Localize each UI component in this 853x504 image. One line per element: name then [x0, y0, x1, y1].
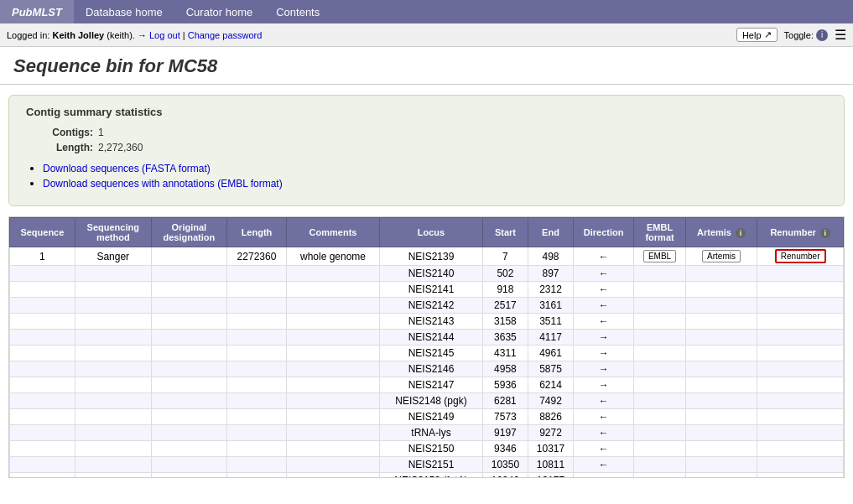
renumber-cell [757, 473, 844, 478]
login-icon: → [138, 30, 147, 40]
embl-cell [634, 409, 686, 425]
table-row: NEIS2140502897← [10, 266, 844, 282]
table-row: NEIS21511035010811← [10, 457, 844, 473]
table-cell: NEIS2141 [380, 282, 483, 298]
table-cell [151, 314, 226, 330]
artemis-cell [685, 330, 757, 346]
renumber-cell [757, 346, 844, 361]
artemis-cell [685, 409, 757, 425]
table-row: NEIS21419182312← [10, 282, 844, 298]
table-cell [75, 409, 151, 425]
renumber-cell [757, 314, 844, 330]
table-cell [10, 330, 75, 346]
renumber-button[interactable]: Renumber [775, 249, 826, 263]
table-cell: NEIS2147 [380, 377, 483, 393]
table-cell [75, 361, 151, 377]
col-embl-format: EMBLformat [634, 218, 686, 247]
table-cell [10, 377, 75, 393]
table-cell: → [574, 377, 634, 393]
hamburger-menu-icon[interactable]: ☰ [835, 27, 846, 43]
table-cell: ← [574, 441, 634, 457]
table-row: NEIS214543114961→ [10, 346, 844, 361]
table-cell: 7 [482, 247, 528, 266]
table-cell: 918 [482, 282, 528, 298]
renumber-cell [757, 393, 844, 409]
embl-cell [634, 314, 686, 330]
embl-cell [634, 282, 686, 298]
table-cell: 3158 [482, 314, 528, 330]
top-navigation: PubMLST Database home Curator home Conte… [0, 0, 853, 23]
col-length: Length [226, 218, 286, 247]
table-cell: 10940 [482, 473, 528, 478]
list-item: Download sequences with annotations (EMB… [43, 177, 827, 190]
table-body: 1Sanger2272360whole genomeNEIS21397498←E… [10, 247, 844, 478]
change-password-link[interactable]: Change password [188, 30, 263, 40]
embl-download-link[interactable]: Download sequences with annotations (EMB… [43, 178, 283, 190]
external-link-icon: ↗ [764, 29, 772, 40]
nav-contents[interactable]: Contents [264, 0, 331, 23]
table-cell [151, 393, 226, 409]
table-cell [287, 346, 380, 361]
table-cell: NEIS2149 [380, 409, 483, 425]
table-cell: 502 [482, 266, 528, 282]
table-cell: 3635 [482, 330, 528, 346]
nav-database-home[interactable]: Database home [74, 0, 174, 23]
table-cell: ← [574, 247, 634, 266]
table-cell: 3161 [528, 298, 573, 314]
logout-link[interactable]: Log out [149, 30, 180, 40]
table-cell: 2272360 [226, 247, 286, 266]
login-info: Logged in: Keith Jolley (keith). → Log o… [7, 30, 262, 40]
artemis-cell [685, 282, 757, 298]
embl-cell [634, 457, 686, 473]
summary-heading: Contig summary statistics [26, 106, 827, 118]
table-cell [226, 314, 286, 330]
table-cell [287, 425, 380, 441]
table-cell: 6214 [528, 377, 573, 393]
nav-brand[interactable]: PubMLST [0, 0, 74, 23]
table-cell [151, 473, 226, 478]
table-cell: NEIS2150 [380, 441, 483, 457]
table-cell: Sanger [75, 247, 151, 266]
contigs-row: Contigs: 1 [26, 127, 827, 138]
artemis-button[interactable]: Artemis [702, 250, 741, 262]
table-cell [226, 409, 286, 425]
table-cell [10, 266, 75, 282]
table-cell: tRNA-lys [380, 425, 483, 441]
table-cell: ← [574, 409, 634, 425]
table-scroll[interactable]: Sequence Sequencingmethod Originaldesign… [9, 217, 844, 477]
table-cell: ← [574, 298, 634, 314]
help-button[interactable]: Help ↗ [736, 28, 778, 42]
embl-cell [634, 441, 686, 457]
table-cell [151, 377, 226, 393]
table-row: NEIS2152 (fetA)1094012177← [10, 473, 844, 478]
table-cell: 7573 [482, 409, 528, 425]
table-cell: 7492 [528, 393, 573, 409]
toggle-button[interactable]: Toggle: i [784, 29, 828, 41]
embl-button[interactable]: EMBL [643, 250, 676, 262]
table-cell [151, 282, 226, 298]
table-cell: 10350 [482, 457, 528, 473]
table-row: NEIS214649585875→ [10, 361, 844, 377]
table-cell [287, 330, 380, 346]
fasta-download-link[interactable]: Download sequences (FASTA format) [43, 163, 211, 174]
table-cell: 9346 [482, 441, 528, 457]
download-links: Download sequences (FASTA format) Downlo… [26, 162, 827, 190]
page-title: Sequence bin for MC58 [13, 55, 840, 77]
table-cell: ← [574, 282, 634, 298]
length-label: Length: [26, 142, 93, 153]
table-cell: 4961 [528, 346, 573, 361]
table-cell: 9197 [482, 425, 528, 441]
table-cell [10, 473, 75, 478]
table-cell [151, 457, 226, 473]
table-cell [10, 409, 75, 425]
nav-curator-home[interactable]: Curator home [174, 0, 264, 23]
artemis-cell [685, 441, 757, 457]
table-cell [226, 298, 286, 314]
table-cell: 2312 [528, 282, 573, 298]
table-cell [287, 393, 380, 409]
embl-cell [634, 393, 686, 409]
table-cell [226, 425, 286, 441]
table-cell [75, 266, 151, 282]
summary-box: Contig summary statistics Contigs: 1 Len… [8, 95, 845, 206]
artemis-cell [685, 457, 757, 473]
